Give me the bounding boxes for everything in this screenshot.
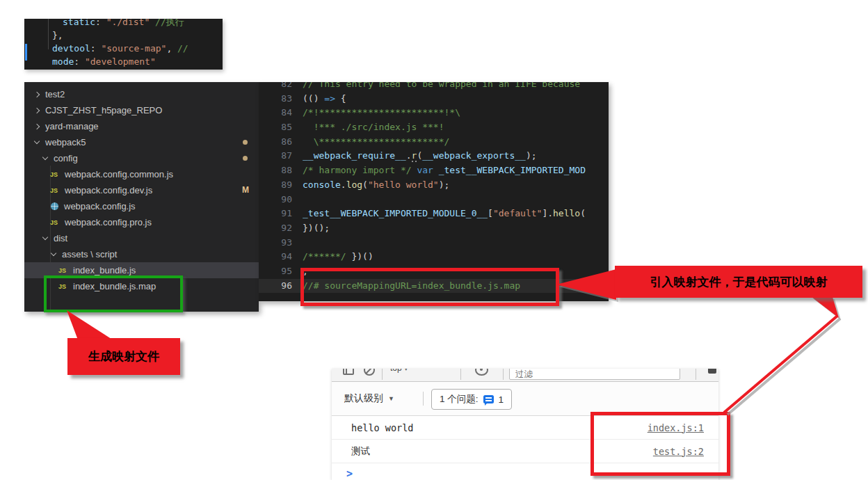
chevron-down-icon bbox=[42, 154, 48, 160]
line-number: 93 bbox=[259, 236, 303, 250]
console-toolbar: top▾ bbox=[332, 369, 718, 382]
issues-chip[interactable]: 1 个问题: 1 bbox=[431, 389, 512, 410]
file-label: webpack5 bbox=[45, 137, 86, 147]
toolbar-divider bbox=[423, 392, 424, 406]
js-file-icon: JS bbox=[58, 267, 70, 274]
explorer-item-config[interactable]: config bbox=[24, 150, 259, 166]
console-sidebar-icon[interactable] bbox=[343, 369, 354, 375]
file-label: assets \ script bbox=[62, 249, 117, 259]
explorer-item-webpack5[interactable]: webpack5 bbox=[24, 134, 259, 150]
line-number: 83 bbox=[259, 92, 303, 106]
config-code-lines: static: "./dist" //执行},devtool: "source-… bbox=[24, 19, 223, 68]
code-line-85: 85 !*** ./src/index.js ***! bbox=[259, 120, 609, 135]
chevron-down-icon: ▼ bbox=[388, 395, 394, 402]
callout-generate-mapping-text: 生成映射文件 bbox=[88, 349, 159, 365]
code-line-91: 91_test__WEBPACK_IMPORTED_MODULE_0__["de… bbox=[259, 207, 609, 221]
webpack-file-icon bbox=[51, 202, 58, 210]
file-label: webpack.config.common.js bbox=[65, 169, 173, 179]
code-line-87: 87__webpack_require__.r(__webpack_export… bbox=[259, 149, 609, 163]
line-number: 87 bbox=[259, 149, 303, 163]
clear-console-icon[interactable] bbox=[364, 369, 375, 376]
explorer-item-webpack-config-dev-js[interactable]: JSwebpack.config.dev.jsM bbox=[24, 182, 259, 198]
explorer-item-yard-manage[interactable]: yard-manage bbox=[24, 118, 259, 134]
toolbar-divider bbox=[696, 369, 696, 380]
code-line-90: 90 bbox=[259, 193, 609, 207]
code-text: })(); bbox=[303, 221, 609, 236]
git-modified-dot bbox=[243, 156, 248, 161]
code-line-83: 83(() => { bbox=[259, 92, 609, 106]
line-number: 82 bbox=[259, 82, 303, 92]
line-number: 88 bbox=[259, 163, 303, 178]
callout-import-mapping-text: 引入映射文件，于是代码可以映射 bbox=[650, 274, 828, 290]
chevron-right-icon bbox=[34, 91, 40, 97]
file-label: index_bundle.js bbox=[73, 265, 136, 275]
explorer-item-cjst-zhst-h5page-repo[interactable]: CJST_ZHST_h5page_REPO bbox=[24, 102, 259, 118]
file-label: dist bbox=[54, 233, 67, 243]
settings-icon[interactable] bbox=[708, 369, 716, 374]
line-number: 89 bbox=[259, 178, 303, 193]
code-text: (() => { bbox=[303, 92, 609, 106]
line-number: 95 bbox=[259, 264, 303, 279]
page: static: "./dist" //执行},devtool: "source-… bbox=[0, 0, 868, 480]
code-text: /* harmony import */ var _test__WEBPACK_… bbox=[303, 163, 609, 178]
line-number: 85 bbox=[259, 120, 303, 135]
toolbar-divider bbox=[503, 369, 504, 380]
message-text: hello world bbox=[351, 422, 413, 433]
code-text: \***********************/ bbox=[303, 135, 609, 150]
line-number: 91 bbox=[259, 207, 303, 221]
prompt-chevron: > bbox=[346, 467, 353, 480]
explorer-item-test2[interactable]: test2 bbox=[24, 86, 259, 102]
code-text: console.log("hello world"); bbox=[303, 178, 609, 193]
js-file-icon: JS bbox=[50, 219, 61, 226]
file-label: test2 bbox=[45, 89, 65, 99]
code-text: // This entry need to be wrapped in an I… bbox=[303, 82, 609, 92]
chevron-down-icon bbox=[42, 234, 48, 240]
file-tree: test2CJST_ZHST_h5page_REPOyard-manageweb… bbox=[24, 86, 259, 294]
code-line-92: 92})(); bbox=[259, 221, 609, 236]
red-highlight-console-links bbox=[590, 412, 730, 476]
file-label: webpack.config.pro.js bbox=[65, 217, 152, 227]
code-text bbox=[303, 236, 609, 250]
pointer-shadow bbox=[814, 299, 841, 320]
code-line-86: 86 \***********************/ bbox=[259, 135, 609, 150]
line-number: 94 bbox=[259, 250, 303, 264]
explorer-item-webpack-config-pro-js[interactable]: JSwebpack.config.pro.js bbox=[24, 214, 259, 230]
live-expression-eye-icon[interactable] bbox=[475, 369, 488, 376]
explorer-item-webpack-config-common-js[interactable]: JSwebpack.config.common.js bbox=[24, 166, 259, 182]
code-line-93: 93 bbox=[259, 236, 609, 250]
file-label: CJST_ZHST_h5page_REPO bbox=[45, 105, 162, 115]
config-code-line: }, bbox=[24, 29, 223, 42]
log-level-dropdown[interactable]: 默认级别▼ bbox=[344, 392, 394, 405]
code-line-82: 82// This entry need to be wrapped in an… bbox=[259, 82, 609, 92]
git-modified-dot bbox=[243, 140, 248, 145]
line-number: 96 bbox=[259, 279, 303, 294]
toolbar-divider bbox=[382, 369, 383, 380]
toolbar-divider bbox=[460, 369, 461, 380]
explorer-item-assets-script[interactable]: assets \ script bbox=[24, 246, 259, 262]
arrow-line-shadow bbox=[728, 319, 840, 415]
config-code-line: mode: "development" bbox=[24, 55, 223, 68]
chevron-down-icon bbox=[34, 138, 40, 144]
file-label: webpack.config.dev.js bbox=[65, 185, 152, 195]
code-line-88: 88/* harmony import */ var _test__WEBPAC… bbox=[259, 163, 609, 178]
issues-label: 1 个问题: bbox=[440, 393, 479, 406]
code-line-84: 84/*!***********************!*\ bbox=[259, 106, 609, 120]
green-highlight-map-file bbox=[44, 275, 183, 312]
js-file-icon: JS bbox=[50, 187, 61, 194]
code-text bbox=[303, 193, 609, 207]
config-code-line: devtool: "source-map", // bbox=[24, 42, 223, 55]
code-text: /******/ })() bbox=[303, 250, 609, 264]
message-text: 测试 bbox=[351, 445, 370, 458]
console-filter-input[interactable] bbox=[509, 369, 680, 380]
file-label: webpack.config.js bbox=[64, 201, 136, 211]
explorer-item-dist[interactable]: dist bbox=[24, 230, 259, 246]
config-code-line: static: "./dist" //执行 bbox=[24, 19, 223, 29]
frame-selector[interactable]: top▾ bbox=[390, 369, 408, 373]
red-highlight-sourcemapping-line bbox=[300, 268, 559, 306]
console-filter-bar: 默认级别▼ 1 个问题: 1 bbox=[332, 382, 718, 416]
callout-generate-mapping: 生成映射文件 bbox=[67, 338, 180, 375]
line-number: 86 bbox=[259, 135, 303, 150]
explorer-item-webpack-config-js[interactable]: webpack.config.js bbox=[24, 198, 259, 214]
code-text: _test__WEBPACK_IMPORTED_MODULE_0__["defa… bbox=[303, 207, 609, 221]
chevron-down-icon bbox=[51, 250, 56, 256]
